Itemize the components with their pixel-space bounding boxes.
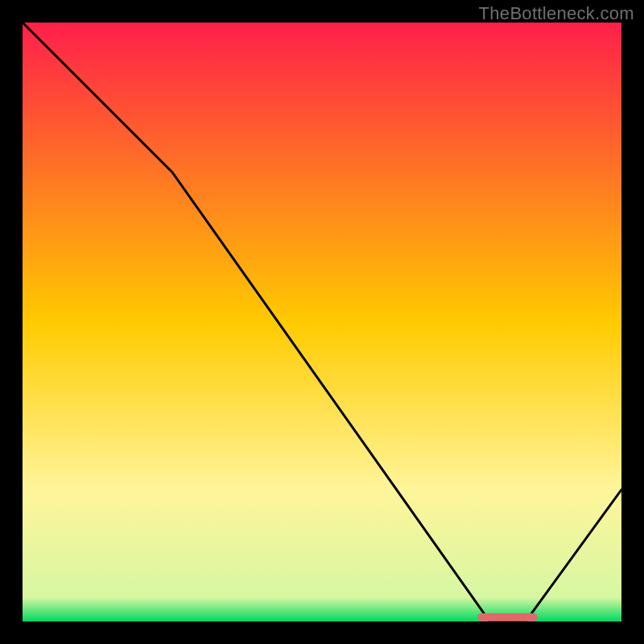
chart-svg <box>23 23 621 621</box>
watermark-text: TheBottleneck.com <box>479 3 634 24</box>
optimal-range-marker <box>477 613 537 621</box>
chart-stage: TheBottleneck.com <box>0 0 644 644</box>
plot-area <box>23 23 621 621</box>
